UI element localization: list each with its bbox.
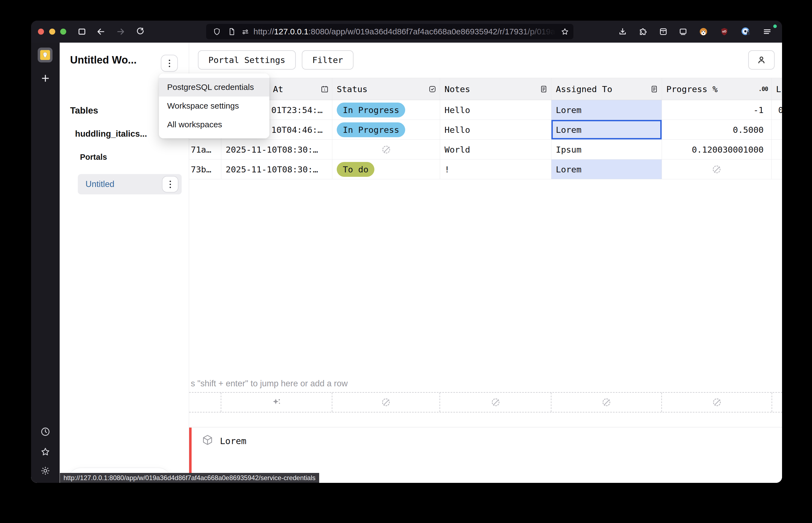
page-file-icon[interactable] (227, 28, 236, 36)
cell-status[interactable] (332, 140, 440, 159)
cell-progress[interactable]: 0.5000 (662, 120, 772, 140)
pin-icon (40, 50, 50, 60)
null-value-icon (602, 398, 611, 407)
forward-icon[interactable] (116, 27, 125, 36)
url-text: http://127.0.0.1:8080/app/w/019a36d4d86f… (254, 24, 556, 39)
workspace-dropdown-menu: PostgreSQL credentials Workspace setting… (159, 73, 270, 138)
cell-assigned[interactable]: Lorem (551, 100, 662, 120)
url-domain: 127.0.0.1 (274, 27, 309, 36)
cell-notes[interactable]: Hello (440, 100, 551, 120)
new-row-placeholder[interactable] (189, 392, 782, 413)
history-clock-icon[interactable] (40, 427, 50, 437)
user-button[interactable] (748, 50, 775, 70)
svg-text:uO: uO (722, 30, 726, 33)
add-workspace-button[interactable]: + (31, 70, 60, 86)
cell-last[interactable] (772, 160, 782, 179)
url-bar[interactable]: http://127.0.0.1:8080/app/w/019a36d4d86f… (206, 24, 573, 39)
ghost-cell-progress[interactable] (662, 393, 772, 412)
menu-item-workspace-settings[interactable]: Workspace settings (159, 96, 270, 115)
cell-assigned-selected[interactable]: Lorem (551, 120, 662, 140)
header-progress[interactable]: Progress % .00 (662, 78, 772, 100)
cell-progress[interactable]: 0.120030001000 (662, 140, 772, 159)
cell-last[interactable] (772, 120, 782, 140)
sidebar-item-table[interactable]: huddling_italics... (75, 129, 147, 139)
cell-progress[interactable]: -1 (662, 100, 772, 120)
cell-at[interactable]: 2025-11-10T08:30:… (221, 160, 332, 179)
cell-notes[interactable]: Hello (440, 120, 551, 140)
menu-item-postgresql-credentials[interactable]: PostgreSQL credentials (159, 78, 270, 96)
settings-gear-icon[interactable] (40, 466, 50, 476)
minimize-window-button[interactable] (49, 29, 55, 35)
permissions-icon[interactable] (241, 28, 250, 36)
header-notes[interactable]: Notes (440, 78, 551, 100)
portal-main: Portal Settings Filter At 1 Status Notes… (189, 42, 782, 483)
portals-heading: Portals (80, 152, 107, 162)
url-path: :8080/app/w/019a36d4d86f7af4ac668a0e8693… (309, 27, 556, 36)
bookmark-star-icon[interactable] (561, 28, 569, 36)
privacy-badger-icon[interactable] (699, 27, 708, 36)
portal-menu-button[interactable] (162, 176, 179, 193)
download-icon[interactable] (618, 27, 627, 36)
header-status[interactable]: Status (332, 78, 440, 100)
cell-assigned[interactable]: Ipsum (551, 140, 662, 159)
app-content: + Untitled Wo... Tables huddling_italics… (31, 42, 782, 483)
svg-text:1: 1 (324, 88, 326, 91)
cell-status[interactable]: In Progress (332, 120, 440, 140)
close-window-button[interactable] (38, 29, 44, 35)
kebab-icon (170, 181, 171, 188)
decimal-icon: .00 (758, 86, 768, 92)
tracking-shield-icon[interactable] (213, 28, 221, 36)
status-badge[interactable]: In Progress (337, 122, 405, 137)
kebab-icon (169, 60, 170, 67)
status-badge[interactable]: To do (337, 162, 374, 177)
menu-icon[interactable] (762, 27, 772, 36)
archive-box-icon[interactable] (659, 27, 668, 36)
cell-last[interactable] (772, 140, 782, 159)
header-last[interactable]: L (772, 78, 782, 100)
table-row: 73b… 2025-11-10T08:30:… To do ! Lorem (189, 160, 782, 179)
cell-assigned[interactable]: Lorem (551, 160, 662, 179)
ghost-cell-assigned[interactable] (551, 393, 662, 412)
portal-settings-button[interactable]: Portal Settings (198, 50, 296, 70)
reload-icon[interactable] (136, 27, 145, 36)
checkbox-icon (428, 85, 437, 93)
cell-status[interactable]: To do (332, 160, 440, 179)
menu-item-all-workspaces[interactable]: All workspaces (159, 115, 270, 134)
cell-id[interactable]: 71a… (189, 140, 221, 159)
cell-id[interactable]: 73b… (189, 160, 221, 179)
portal-label[interactable]: Untitled (86, 174, 114, 194)
cell-notes[interactable]: World (440, 140, 551, 159)
table-row: 01T23:54:… In Progress Hello Lorem -1 0 (189, 100, 782, 120)
ghost-cell-status[interactable] (332, 393, 440, 412)
ghost-cell-at[interactable] (221, 393, 332, 412)
ghost-cell-id[interactable] (189, 393, 221, 412)
screen-icon[interactable] (678, 27, 688, 36)
url-fade (520, 24, 556, 39)
data-grid: At 1 Status Notes Assigned To Progress %… (189, 78, 782, 179)
null-value-icon (712, 398, 722, 407)
filter-button[interactable]: Filter (302, 50, 353, 70)
browser-toolbar: http://127.0.0.1:8080/app/w/019a36d4d86f… (31, 21, 782, 42)
status-badge[interactable]: In Progress (337, 103, 405, 118)
sidebar-toggle-icon[interactable] (77, 27, 87, 36)
ghost-cell-last[interactable] (772, 393, 782, 412)
password-manager-icon[interactable] (741, 27, 751, 36)
ublock-shield-icon[interactable]: uO (720, 27, 729, 36)
record-title[interactable]: Lorem (220, 436, 246, 446)
workspace-menu-button[interactable] (161, 55, 178, 72)
cell-status[interactable]: In Progress (332, 100, 440, 120)
cell-notes[interactable]: ! (440, 160, 551, 179)
header-assigned-to[interactable]: Assigned To (551, 78, 662, 100)
workspace-app-icon[interactable] (38, 48, 53, 62)
zoom-window-button[interactable] (60, 29, 66, 35)
null-value-icon (491, 398, 500, 407)
cell-progress[interactable] (662, 160, 772, 179)
back-icon[interactable] (96, 27, 106, 36)
cell-at[interactable]: 2025-11-10T08:30:… (221, 140, 332, 159)
ghost-cell-notes[interactable] (440, 393, 551, 412)
table-row: 10T04:46:… In Progress Hello Lorem 0.500… (189, 120, 782, 140)
extensions-puzzle-icon[interactable] (639, 27, 648, 36)
favorites-star-icon[interactable] (40, 447, 50, 457)
sidebar-item-portal[interactable]: Untitled (78, 174, 182, 194)
cell-last[interactable]: 0 (772, 100, 782, 120)
